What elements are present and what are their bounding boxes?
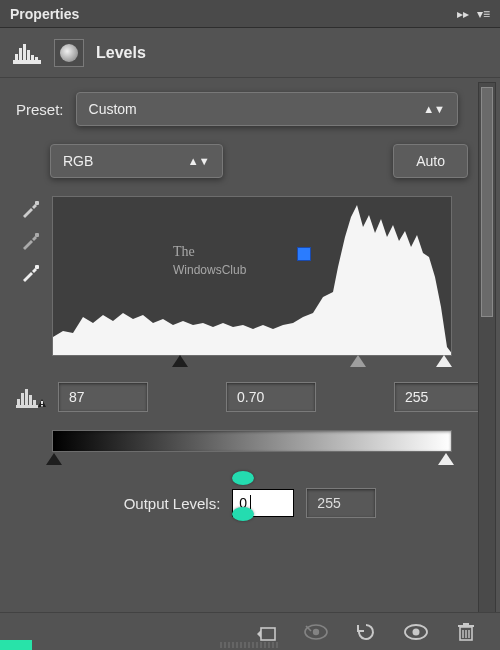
svg-rect-14 bbox=[29, 395, 32, 405]
svg-rect-15 bbox=[33, 400, 36, 405]
highlight-slider-handle[interactable] bbox=[436, 355, 452, 367]
black-point-eyedropper-icon[interactable] bbox=[19, 198, 41, 220]
preset-value: Custom bbox=[89, 101, 137, 117]
input-levels-row: 87 0.70 255 bbox=[16, 382, 484, 412]
svg-rect-5 bbox=[31, 55, 34, 60]
svg-rect-28 bbox=[463, 623, 469, 625]
svg-rect-10 bbox=[16, 405, 38, 408]
auto-button-label: Auto bbox=[416, 153, 445, 169]
visibility-icon[interactable] bbox=[404, 621, 428, 643]
mask-icon[interactable] bbox=[54, 39, 84, 67]
adjustment-header: Levels bbox=[0, 28, 500, 78]
panel-content: Preset: Custom ▲▼ RGB ▲▼ Auto bbox=[0, 78, 500, 618]
resize-grip[interactable] bbox=[220, 642, 280, 648]
svg-rect-17 bbox=[41, 405, 43, 407]
levels-icon bbox=[12, 39, 42, 67]
svg-rect-12 bbox=[21, 393, 24, 405]
svg-rect-8 bbox=[35, 233, 39, 237]
preset-select[interactable]: Custom ▲▼ bbox=[76, 92, 458, 126]
chevron-down-icon: ▲▼ bbox=[423, 103, 445, 115]
panel-menu-icon[interactable]: ▾≡ bbox=[477, 7, 490, 21]
scrollbar[interactable] bbox=[478, 82, 496, 614]
gray-point-eyedropper-icon[interactable] bbox=[19, 230, 41, 252]
output-high-input[interactable]: 255 bbox=[306, 488, 376, 518]
preset-row: Preset: Custom ▲▼ bbox=[16, 92, 458, 126]
panel-title: Properties bbox=[10, 6, 457, 22]
eyedroppers bbox=[16, 196, 44, 356]
channel-value: RGB bbox=[63, 153, 93, 169]
panel-footer bbox=[0, 612, 500, 650]
view-previous-icon[interactable] bbox=[304, 621, 328, 643]
svg-rect-0 bbox=[13, 60, 41, 64]
chevron-down-icon: ▲▼ bbox=[188, 155, 210, 167]
panel-header-controls: ▸▸ ▾≡ bbox=[457, 7, 490, 21]
histogram-row: The WindowsClub bbox=[16, 196, 484, 356]
histogram[interactable]: The WindowsClub bbox=[52, 196, 452, 356]
collapse-icon[interactable]: ▸▸ bbox=[457, 7, 469, 21]
levels-warning-icon[interactable] bbox=[16, 385, 48, 409]
svg-rect-4 bbox=[27, 50, 30, 60]
svg-rect-11 bbox=[17, 399, 20, 405]
white-point-eyedropper-icon[interactable] bbox=[19, 262, 41, 284]
input-slider-track[interactable] bbox=[52, 354, 452, 372]
output-gradient bbox=[52, 430, 452, 452]
clip-to-layer-icon[interactable] bbox=[254, 621, 278, 643]
midtone-input[interactable]: 0.70 bbox=[226, 382, 316, 412]
corner-accent bbox=[0, 640, 32, 650]
svg-point-20 bbox=[313, 628, 319, 634]
output-shadow-handle[interactable] bbox=[46, 453, 62, 465]
watermark-square bbox=[297, 247, 311, 261]
svg-rect-9 bbox=[35, 265, 39, 269]
properties-panel: Properties ▸▸ ▾≡ Levels Preset: bbox=[0, 0, 500, 650]
channel-select[interactable]: RGB ▲▼ bbox=[50, 144, 223, 178]
output-slider-track[interactable] bbox=[52, 452, 452, 470]
midtone-slider-handle[interactable] bbox=[350, 355, 366, 367]
watermark-text: The WindowsClub bbox=[173, 243, 246, 279]
shadow-input[interactable]: 87 bbox=[58, 382, 148, 412]
output-levels-label: Output Levels: bbox=[124, 495, 221, 512]
output-levels-row: Output Levels: 0 255 bbox=[16, 488, 484, 518]
shadow-slider-handle[interactable] bbox=[172, 355, 188, 367]
svg-rect-2 bbox=[19, 48, 22, 60]
channel-row: RGB ▲▼ Auto bbox=[50, 144, 468, 178]
scrollbar-thumb[interactable] bbox=[481, 87, 493, 317]
svg-rect-1 bbox=[15, 54, 18, 60]
highlight-input[interactable]: 255 bbox=[394, 382, 484, 412]
svg-rect-3 bbox=[23, 44, 26, 60]
trash-icon[interactable] bbox=[454, 621, 478, 643]
svg-rect-7 bbox=[35, 201, 39, 205]
svg-rect-27 bbox=[458, 625, 474, 627]
svg-rect-18 bbox=[261, 628, 275, 640]
svg-rect-6 bbox=[35, 57, 38, 60]
output-low-input[interactable]: 0 bbox=[232, 489, 294, 517]
svg-rect-13 bbox=[25, 389, 28, 405]
svg-point-22 bbox=[413, 628, 420, 635]
preset-label: Preset: bbox=[16, 101, 64, 118]
reset-icon[interactable] bbox=[354, 621, 378, 643]
adjustment-title: Levels bbox=[96, 44, 146, 62]
svg-rect-16 bbox=[41, 401, 43, 404]
auto-button[interactable]: Auto bbox=[393, 144, 468, 178]
output-highlight-handle[interactable] bbox=[438, 453, 454, 465]
panel-header: Properties ▸▸ ▾≡ bbox=[0, 0, 500, 28]
